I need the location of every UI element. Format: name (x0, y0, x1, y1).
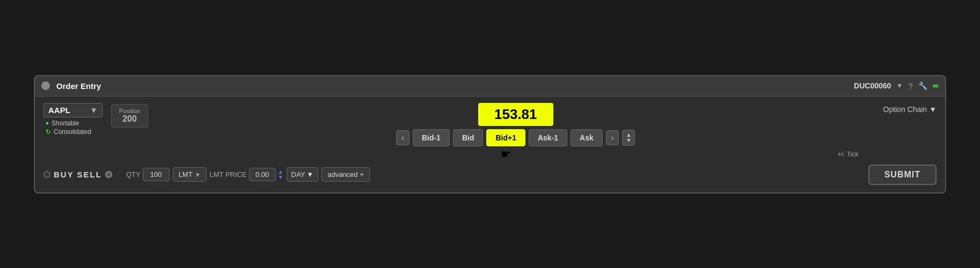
lmt-price-value[interactable]: 0.00 (249, 168, 276, 181)
bid-ask-row: ‹ Bid-1 Bid Bid+1 ☛ Ask-1 Ask › ▲ ▼ (396, 129, 635, 146)
tag-row: ● Shortable ↻ Consolidated (43, 120, 103, 136)
order-type-button[interactable]: LMT ▼ (173, 167, 207, 182)
ask-minus1-button[interactable]: Ask-1 (529, 129, 567, 146)
bid-plus1-container: Bid+1 ☛ (486, 129, 525, 146)
order-type-arrow: ▼ (195, 172, 201, 178)
advanced-label: advanced + (327, 170, 364, 178)
price-display: 153.81 (478, 103, 553, 126)
qty-label: QTY (126, 170, 141, 178)
bid-button[interactable]: Bid (453, 129, 484, 146)
symbol-section: AAPL ▼ ● Shortable ↻ Consolidated (43, 103, 103, 136)
symbol-dropdown-arrow: ▼ (90, 106, 98, 115)
center-section: 153.81 ‹ Bid-1 Bid Bid+1 ☛ Ask-1 Ask › ▲… (157, 103, 874, 158)
submit-button[interactable]: SUBMIT (868, 165, 937, 185)
lmt-price-up-arrow: ▲ (278, 169, 283, 175)
nav-left-button[interactable]: ‹ (396, 130, 409, 145)
account-label: DUC00060 (854, 81, 891, 90)
position-value: 200 (119, 114, 140, 124)
sell-radio[interactable] (105, 171, 112, 178)
symbol-dropdown[interactable]: AAPL ▼ (43, 103, 103, 117)
option-chain-label: Option Chain (883, 105, 927, 114)
order-type-label: LMT (179, 170, 193, 178)
tif-arrow: ▼ (306, 170, 313, 178)
qty-group: QTY 100 (126, 168, 170, 181)
bid-minus1-button[interactable]: Bid-1 (413, 129, 450, 146)
symbol-name: AAPL (48, 106, 70, 115)
option-chain-button[interactable]: Option Chain ▼ (883, 103, 937, 114)
position-box: Position 200 (111, 104, 148, 128)
lmt-price-down-arrow: ▼ (278, 175, 283, 180)
lmt-price-label: LMT PRICE (210, 170, 247, 178)
option-chain-arrow: ▼ (929, 105, 937, 114)
wrench-icon[interactable]: 🔧 (918, 81, 927, 90)
help-icon[interactable]: ? (908, 81, 912, 91)
top-row: AAPL ▼ ● Shortable ↻ Consolidated Positi… (43, 103, 937, 158)
consolidated-label: Consolidated (54, 128, 91, 136)
tick-down-icon: ▼ (626, 138, 631, 143)
ask-button[interactable]: Ask (571, 129, 603, 146)
shortable-tag: ● Shortable (46, 120, 103, 127)
header-right: DUC00060 ▼ ? 🔧 ∞ (854, 81, 939, 91)
consolidated-icon: ↻ (46, 128, 51, 136)
bottom-row: BUY SELL QTY 100 LMT ▼ LMT PRICE 0.00 ▲ … (43, 162, 937, 185)
tick-up-icon: ▲ (626, 132, 631, 138)
shortable-dot: ● (46, 120, 49, 126)
submit-label: SUBMIT (884, 170, 920, 179)
shortable-label: Shortable (52, 120, 79, 127)
tick-label: +/- Tick (837, 151, 858, 158)
tif-button[interactable]: DAY ▼ (287, 167, 319, 182)
nav-right-button[interactable]: › (606, 130, 619, 145)
titlebar: Order Entry DUC00060 ▼ ? 🔧 ∞ (35, 76, 945, 96)
qty-value[interactable]: 100 (143, 168, 170, 181)
advanced-button[interactable]: advanced + (321, 167, 370, 182)
tick-updown-button[interactable]: ▲ ▼ (622, 130, 635, 146)
window-title: Order Entry (56, 81, 854, 91)
bid-plus1-button[interactable]: Bid+1 (486, 129, 525, 146)
hand-cursor-icon: ☛ (501, 147, 511, 161)
link-icon: ∞ (933, 81, 939, 91)
lmt-price-group: LMT PRICE 0.00 ▲ ▼ (210, 168, 283, 181)
main-content: AAPL ▼ ● Shortable ↻ Consolidated Positi… (35, 96, 945, 192)
account-dropdown-arrow[interactable]: ▼ (896, 82, 903, 90)
buy-sell-label: BUY SELL (54, 170, 102, 179)
consolidated-tag: ↻ Consolidated (46, 128, 103, 136)
position-label: Position (119, 108, 140, 114)
buy-radio[interactable] (43, 171, 50, 178)
tif-label: DAY (291, 170, 305, 178)
order-entry-window: Order Entry DUC00060 ▼ ? 🔧 ∞ AAPL ▼ ● Sh… (34, 75, 946, 193)
close-button[interactable] (41, 81, 50, 90)
lmt-price-arrows[interactable]: ▲ ▼ (278, 169, 283, 180)
